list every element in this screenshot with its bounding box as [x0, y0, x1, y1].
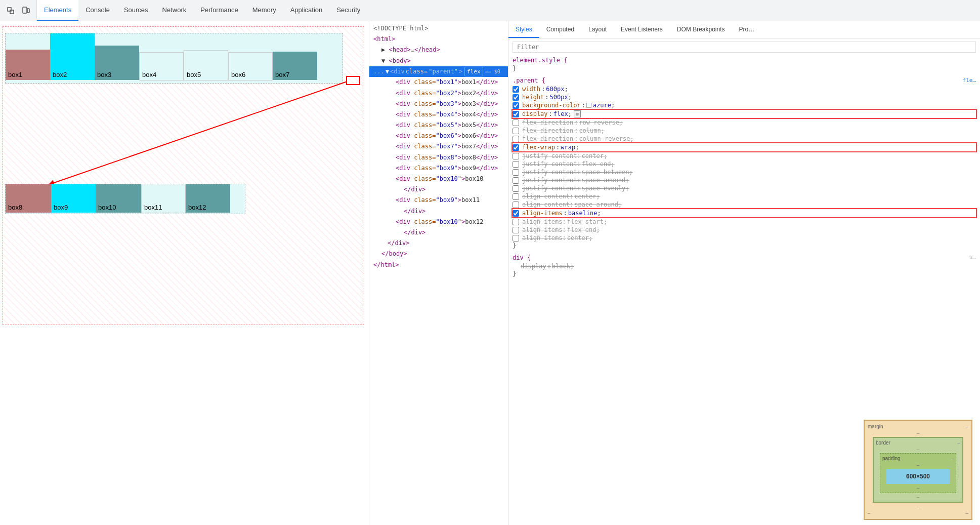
prop-ai-center-checkbox[interactable] [513, 235, 519, 241]
elem-line-body[interactable]: ▼ <body> [369, 56, 508, 66]
tab-application[interactable]: Application [283, 0, 330, 21]
elem-line-close-html: </html> [369, 260, 508, 270]
elements-panel: <!DOCTYPE html> <html> ▶ <head>…</head> … [369, 21, 508, 525]
prop-ac-space-around[interactable]: align-content:space-around; [513, 200, 976, 209]
prop-flex-dir-col-reverse-checkbox[interactable] [513, 136, 519, 142]
box1: box1 [6, 50, 50, 80]
elem-line-close3: </div> [369, 227, 508, 238]
box11: box11 [141, 185, 186, 213]
elem-line-box6[interactable]: <div class="box6">box6</div> [369, 131, 508, 141]
elem-line-html[interactable]: <html> [369, 34, 508, 45]
prop-jc-space-around[interactable]: justify-content:space-around; [513, 176, 976, 184]
prop-ai-baseline-checkbox[interactable] [513, 210, 519, 217]
elem-line-head[interactable]: ▶ <head>…</head> [369, 45, 508, 55]
prop-ai-flex-start-checkbox[interactable] [513, 219, 519, 225]
elem-line-box10[interactable]: <div class="box10">box10 [369, 174, 508, 184]
prop-jc-center-checkbox[interactable] [513, 153, 519, 159]
elem-line-box4[interactable]: <div class="box4">box4</div> [369, 109, 508, 120]
svg-rect-0 [8, 8, 11, 11]
prop-jc-flex-end-checkbox[interactable] [513, 161, 519, 168]
subtab-computed[interactable]: Computed [539, 21, 581, 38]
device-icon[interactable] [20, 5, 31, 16]
prop-flex-dir-column[interactable]: flex-direction:column; [513, 127, 976, 135]
prop-jc-flex-end[interactable]: justify-content:flex-end; [513, 160, 976, 168]
svg-rect-3 [27, 9, 29, 13]
subtab-properties[interactable]: Pro… [732, 21, 762, 38]
prop-jc-space-evenly[interactable]: justify-content:space-evenly; [513, 184, 976, 192]
tab-network[interactable]: Network [155, 0, 194, 21]
prop-width[interactable]: width:600px; [513, 85, 976, 93]
style-block-div: div { u… display:block; } [513, 254, 976, 277]
filter-input[interactable] [517, 44, 971, 51]
prop-jc-space-between[interactable]: justify-content:space-between; [513, 168, 976, 176]
bm-padding-bottom: – [882, 485, 954, 491]
bm-margin-top: – [868, 430, 968, 436]
subtab-event-listeners[interactable]: Event Listeners [614, 21, 670, 38]
box12: box12 [186, 184, 230, 213]
subtab-layout[interactable]: Layout [581, 21, 614, 38]
bm-padding-top: – [882, 462, 954, 468]
prop-ai-flex-end[interactable]: align-items:flex-end; [513, 226, 976, 234]
box2: box2 [50, 33, 95, 80]
elem-line-box12-wrap[interactable]: <div class="box10">box12 [369, 217, 508, 227]
box6: box6 [228, 52, 273, 80]
bm-margin-dash-right: – [965, 424, 968, 429]
box10: box10 [96, 184, 141, 213]
elem-line-doctype: <!DOCTYPE html> [369, 23, 508, 34]
inspect-icon[interactable] [5, 5, 16, 16]
prop-flex-dir-col-reverse[interactable]: flex-direction:column-reverse; [513, 135, 976, 143]
subtab-styles[interactable]: Styles [508, 21, 539, 38]
tab-console[interactable]: Console [78, 0, 117, 21]
prop-bg-color-checkbox[interactable] [513, 102, 519, 109]
prop-ac-space-around-checkbox[interactable] [513, 201, 519, 208]
prop-ac-center[interactable]: align-content:center; [513, 192, 976, 200]
elem-line-box5[interactable]: <div class="box5">box5</div> [369, 120, 508, 131]
styles-area: Styles Computed Layout Event Listeners D… [508, 21, 980, 525]
bm-left-val: – [868, 510, 871, 516]
style-block-parent: .parent { fle… width:600px; [513, 77, 976, 249]
tab-security[interactable]: Security [329, 0, 367, 21]
prop-height[interactable]: height:500px; [513, 93, 976, 101]
box5: box5 [184, 50, 228, 80]
tab-memory[interactable]: Memory [245, 0, 283, 21]
prop-width-checkbox[interactable] [513, 86, 519, 93]
tab-performance[interactable]: Performance [193, 0, 245, 21]
prop-display-flex[interactable]: display:flex; ⊞ [513, 110, 976, 118]
elem-line-box1[interactable]: <div class="box1">box1</div> [369, 77, 508, 88]
elem-line-box9[interactable]: <div class="box9">box9</div> [369, 163, 508, 174]
prop-jc-space-evenly-checkbox[interactable] [513, 185, 519, 192]
prop-flex-dir-column-checkbox[interactable] [513, 128, 519, 134]
bm-border-bottom: – [876, 494, 960, 500]
box-model-section: margin – – border – – [864, 420, 975, 520]
box4: box4 [139, 52, 184, 80]
tab-elements[interactable]: Elements [37, 0, 78, 21]
prop-display-checkbox[interactable] [513, 111, 519, 117]
elem-line-box7[interactable]: <div class="box7">box7</div> [369, 141, 508, 152]
elem-line-box2[interactable]: <div class="box2">box2</div> [369, 88, 508, 99]
prop-background-color[interactable]: background-color: azure; [513, 101, 976, 109]
prop-jc-space-between-checkbox[interactable] [513, 169, 519, 176]
box7: box7 [273, 52, 317, 80]
prop-flex-dir-row-reverse-checkbox[interactable] [513, 119, 519, 126]
prop-flex-dir-row-reverse[interactable]: flex-direction:row-reverse; [513, 118, 976, 127]
elem-line-box3[interactable]: <div class="box3">box3</div> [369, 99, 508, 109]
elem-line-box8[interactable]: <div class="box8">box8</div> [369, 152, 508, 163]
elem-line-close-body: </body> [369, 249, 508, 259]
bm-border-dash-right: – [957, 440, 960, 446]
subtab-dom-breakpoints[interactable]: DOM Breakpoints [670, 21, 732, 38]
elem-line-box11-wrap[interactable]: <div class="box9">box11 [369, 195, 508, 206]
prop-jc-space-around-checkbox[interactable] [513, 177, 519, 184]
prop-height-checkbox[interactable] [513, 94, 519, 101]
elem-line-parent-div[interactable]: ... ▼ <div class= "parent" > flex == $0 [369, 66, 508, 77]
prop-ai-baseline[interactable]: align-items:baseline; [513, 209, 976, 217]
prop-flex-wrap[interactable]: flex-wrap:wrap; [513, 143, 976, 151]
prop-ai-center[interactable]: align-items:center; [513, 234, 976, 242]
preview-pane: box1 box2 box3 box4 box5 box6 box7 [0, 21, 369, 525]
prop-ai-flex-end-checkbox[interactable] [513, 227, 519, 233]
prop-jc-center[interactable]: justify-content:center; [513, 152, 976, 160]
prop-flex-wrap-checkbox[interactable] [513, 144, 519, 151]
bm-content: 600×500 [886, 469, 950, 484]
prop-ac-center-checkbox[interactable] [513, 193, 519, 200]
tab-sources[interactable]: Sources [117, 0, 155, 21]
prop-ai-flex-start[interactable]: align-items:flex-start; [513, 218, 976, 226]
